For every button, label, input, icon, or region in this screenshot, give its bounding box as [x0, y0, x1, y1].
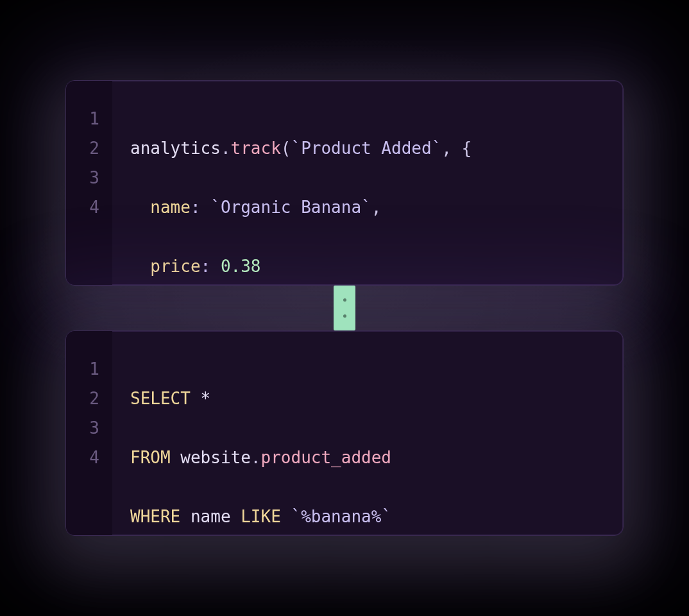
- token-colon: :: [201, 257, 211, 276]
- connector-handle: [334, 286, 355, 330]
- token-property: price: [150, 257, 200, 276]
- line-number: 2: [66, 384, 112, 413]
- token-indent: [130, 198, 150, 217]
- token-space: [231, 507, 241, 526]
- token-property: name: [150, 198, 191, 217]
- token-string: `Organic Banana`: [210, 198, 371, 217]
- code-body: SELECT * FROM website.product_added WHER…: [112, 331, 623, 535]
- token-table: product_added: [261, 448, 392, 467]
- token-method: track: [231, 139, 281, 158]
- code-line: WHERE name LIKE `%banana%`: [130, 502, 605, 531]
- code-line: FROM website.product_added: [130, 443, 605, 472]
- token-space: [281, 507, 291, 526]
- code-body: analytics.track(`Product Added`, { name:…: [112, 81, 623, 285]
- line-gutter: 1 2 3 4: [66, 331, 112, 535]
- line-number: 1: [66, 104, 112, 133]
- code-panel-sql: 1 2 3 4 SELECT * FROM website.product_ad…: [65, 330, 624, 536]
- token-star: *: [191, 389, 210, 408]
- line-number: 1: [66, 354, 112, 384]
- code-line: analytics.track(`Product Added`, {: [130, 133, 605, 163]
- token-paren: (: [281, 139, 291, 158]
- token-keyword: SELECT: [130, 389, 191, 408]
- token-string: `Product Added`: [291, 139, 441, 158]
- code-panel-js: 1 2 3 4 analytics.track(`Product Added`,…: [65, 80, 624, 286]
- token-space: [210, 257, 221, 276]
- connector-dot: [343, 298, 346, 302]
- line-number: 3: [66, 163, 112, 193]
- line-number: 4: [66, 193, 112, 222]
- token-indent: [130, 257, 150, 276]
- token-space: [171, 448, 181, 467]
- token-punct: , {: [441, 139, 472, 158]
- token-keyword: WHERE: [130, 507, 180, 526]
- connector-dot: [343, 314, 346, 318]
- token-string: `%banana%`: [291, 507, 392, 526]
- line-number: 4: [66, 443, 112, 472]
- code-line: SELECT *: [130, 384, 605, 413]
- code-line: price: 0.38: [130, 252, 605, 281]
- token-space: [201, 198, 211, 217]
- token-keyword: LIKE: [241, 507, 281, 526]
- line-number: 3: [66, 413, 112, 443]
- line-number: 2: [66, 133, 112, 163]
- token-field: name: [191, 507, 231, 526]
- code-showcase: 1 2 3 4 analytics.track(`Product Added`,…: [0, 0, 689, 616]
- token-dot: .: [251, 448, 261, 467]
- token-space: [180, 507, 191, 526]
- token-object: analytics: [130, 139, 221, 158]
- token-colon: :: [191, 198, 201, 217]
- token-comma: ,: [371, 198, 382, 217]
- token-schema: website: [180, 448, 251, 467]
- token-dot: .: [221, 139, 231, 158]
- code-line: name: `Organic Banana`,: [130, 193, 605, 222]
- token-number: 0.38: [221, 257, 261, 276]
- line-gutter: 1 2 3 4: [66, 81, 112, 285]
- token-keyword: FROM: [130, 448, 171, 467]
